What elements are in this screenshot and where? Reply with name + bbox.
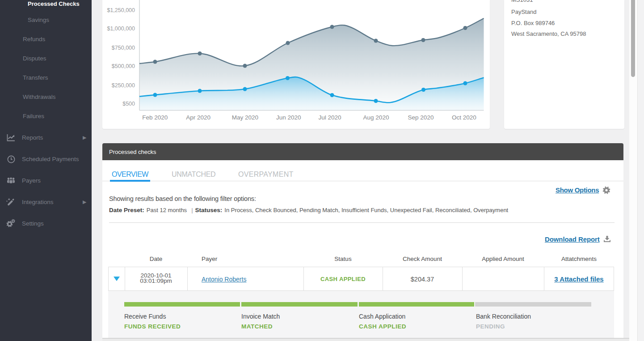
svg-text:Sep 2020: Sep 2020 (408, 114, 434, 121)
svg-text:$750,000: $750,000 (112, 45, 135, 51)
svg-text:Feb 2020: Feb 2020 (142, 114, 168, 121)
svg-text:$250,000: $250,000 (112, 82, 135, 89)
svg-text:$1,000,000: $1,000,000 (107, 26, 135, 32)
svg-text:$500,000: $500,000 (112, 63, 135, 69)
svg-text:Aug 2020: Aug 2020 (363, 114, 389, 121)
svg-text:$500: $500 (122, 101, 135, 107)
svg-text:Jul 2020: Jul 2020 (318, 114, 341, 121)
svg-text:$1,250,000: $1,250,000 (107, 7, 135, 13)
svg-text:Oct 2020: Oct 2020 (452, 114, 476, 121)
svg-text:Apr 2020: Apr 2020 (186, 114, 210, 121)
svg-text:Jun 2020: Jun 2020 (276, 114, 301, 121)
svg-text:May 2020: May 2020 (232, 114, 258, 121)
